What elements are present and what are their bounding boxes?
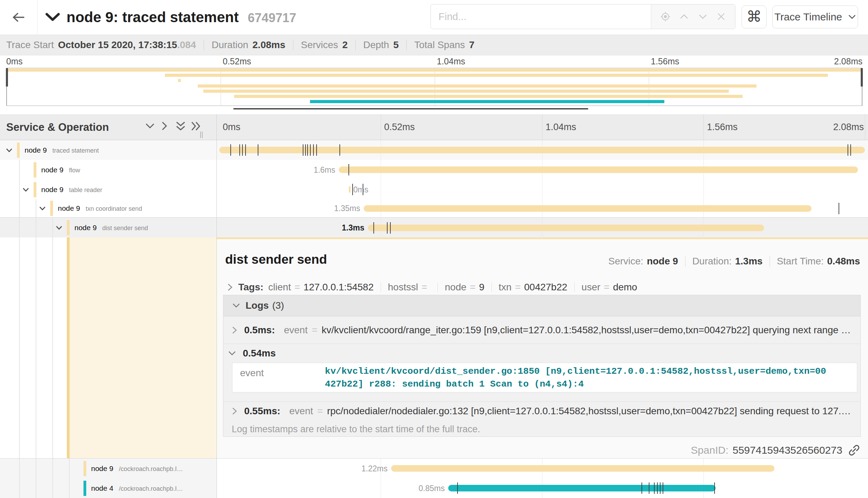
span-row[interactable]: node 4/cockroach.roachpb.I…0.85ms [0,478,868,498]
indent-guide [36,478,36,498]
span-log-marker[interactable] [352,184,353,195]
span-bar[interactable] [391,465,774,472]
log-entry-header[interactable]: 0.54ms [223,344,860,363]
span-log-marker[interactable] [390,222,391,234]
span-row[interactable]: node 9traced statement [0,140,868,160]
span-log-marker[interactable] [348,164,349,175]
collapse-one-icon[interactable] [145,123,154,129]
minimap-left-scrubber-handle[interactable] [6,68,8,87]
span-log-marker[interactable] [663,482,663,494]
span-row[interactable]: node 9/cockroach.roachpb.I…1.22ms [0,459,868,478]
span-bar[interactable] [364,205,812,212]
trace-title-collapse-chevron-icon[interactable] [45,12,60,21]
span-log-marker[interactable] [657,482,658,494]
keyboard-shortcuts-button[interactable]: ⌘ [742,6,767,28]
service-name: node 9flow [41,165,80,175]
span-log-marker[interactable] [230,144,231,156]
span-log-marker[interactable] [373,222,374,234]
span-collapse-chevron-icon[interactable] [39,206,46,211]
column-divider[interactable] [216,114,217,498]
logs-title: Logs [246,300,269,311]
summary-value: October 15 2020, 17:38:15 [58,39,177,51]
log-entry[interactable]: 0.5ms:event=kv/kvclient/kvcoord/range_it… [223,316,860,344]
timeline-gridline [703,114,704,140]
span-timeline-cell: 1.22ms [217,459,868,478]
summary-label: Duration [212,39,248,51]
span-bar[interactable] [448,485,716,491]
span-log-marker[interactable] [258,144,258,156]
minimap-right-scrubber-handle[interactable] [861,68,863,87]
span-row[interactable]: node 9txn coordinator send1.35ms [0,199,868,217]
span-timeline-cell: 0.85ms [217,478,868,498]
indent-guide [69,478,70,498]
span-id-label: SpanID: [691,444,728,456]
log-field-key: event [284,325,308,336]
next-result-icon[interactable] [698,11,708,22]
span-log-marker[interactable] [649,482,649,494]
span-log-marker[interactable] [239,144,240,156]
span-log-marker[interactable] [714,482,715,494]
span-timeline-cell: 1.6ms [217,160,868,180]
service-name: node 9traced statement [25,145,99,155]
prev-result-icon[interactable] [679,11,689,22]
locate-match-icon[interactable] [660,11,671,22]
span-collapse-chevron-icon[interactable] [56,226,62,230]
minimap-axis-tick-label: 1.56ms [651,56,679,66]
tag-key: hostssl [388,282,418,293]
span-row[interactable]: node 9dist sender send1.3ms [0,217,868,237]
tag-key: user [582,282,600,293]
minimap-underline [233,108,588,109]
trace-view-type-select[interactable]: Trace Timeline [772,6,858,28]
indent-guide [19,160,20,180]
span-log-marker[interactable] [850,144,851,156]
span-log-marker[interactable] [339,144,340,156]
column-resizer-grip[interactable] [200,132,204,138]
span-tags-row[interactable]: Tags: client=127.0.0.1:54582hostssl=node… [227,282,637,293]
span-log-marker[interactable] [387,222,388,234]
service-name: node 4/cockroach.roachpb.I… [91,483,183,494]
operation-name: traced statement [52,147,99,154]
span-log-marker[interactable] [457,482,458,494]
span-log-marker[interactable] [245,144,246,156]
span-collapse-chevron-icon[interactable] [23,188,29,192]
span-log-marker[interactable] [654,482,655,494]
span-log-marker[interactable] [305,144,306,156]
summary-value: 7 [469,39,475,51]
back-button[interactable] [0,0,37,35]
logs-header[interactable]: Logs (3) [223,295,860,316]
log-field-key: event [289,406,313,417]
collapse-all-icon[interactable] [176,121,185,132]
minimap-span-graph[interactable] [6,68,862,106]
span-bar[interactable] [368,225,764,231]
span-log-marker[interactable] [303,144,303,156]
expand-one-icon[interactable] [161,121,168,130]
expand-all-icon[interactable] [191,121,201,131]
tag-value: 127.0.0.1:54582 [303,282,373,293]
span-log-marker[interactable] [660,482,661,494]
separator [685,256,685,267]
timeline-axis-tick-label: 1.56ms [707,122,738,133]
clear-find-icon[interactable] [716,12,726,21]
span-bar[interactable] [339,166,858,173]
span-log-marker[interactable] [307,144,308,156]
span-collapse-chevron-icon[interactable] [6,148,12,153]
span-log-marker[interactable] [242,144,243,156]
log-entry[interactable]: 0.55ms:event=rpc/nodedialer/nodedialer.g… [223,402,860,420]
span-row[interactable]: node 9table reader0ms [0,180,868,199]
find-input[interactable] [431,4,651,29]
deep-link-icon[interactable] [848,444,860,456]
indent-guide [19,459,20,478]
span-log-marker[interactable] [313,144,314,156]
span-bar[interactable] [349,186,351,193]
chevron-down-icon [232,303,240,308]
operation-name: /cockroach.roachpb.I… [119,485,183,492]
find-bar [431,4,735,29]
span-log-marker[interactable] [310,144,311,156]
span-row[interactable]: node 9flow1.6ms [0,160,868,180]
span-log-marker[interactable] [316,144,317,156]
span-log-marker[interactable] [839,203,839,214]
span-log-marker[interactable] [641,482,642,494]
trace-id: 6749717 [248,11,296,25]
span-log-marker[interactable] [848,144,848,156]
indent-guide [36,237,36,458]
